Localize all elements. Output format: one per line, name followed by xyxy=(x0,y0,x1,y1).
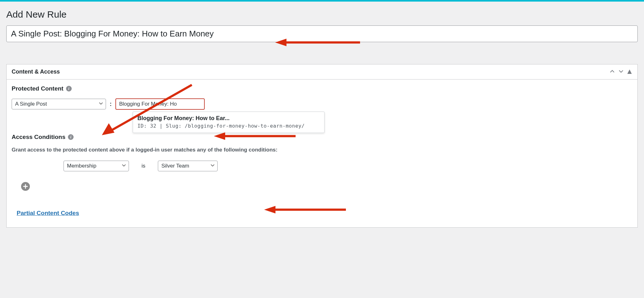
access-conditions-label: Access Conditions i xyxy=(12,134,74,141)
partial-content-codes-link[interactable]: Partial Content Codes xyxy=(17,210,79,217)
autocomplete-option-meta: ID: 32 | Slug: /blogging-for-money-how-t… xyxy=(137,123,320,129)
add-condition-button[interactable] xyxy=(21,182,30,191)
condition-row: Membership is Silver Team xyxy=(64,161,632,171)
content-access-panel: Content & Access Protected Content i xyxy=(6,64,638,228)
panel-body: Protected Content i A Single Post : Blog… xyxy=(7,80,637,227)
panel-header-title: Content & Access xyxy=(12,69,60,75)
info-icon[interactable]: i xyxy=(68,134,74,140)
autocomplete-option-title: Blogging For Money: How to Ear... xyxy=(137,115,320,122)
condition-type-select-value: Membership xyxy=(67,163,97,169)
chevron-down-icon xyxy=(122,163,126,169)
panel-header: Content & Access xyxy=(7,64,637,80)
content-search-input[interactable] xyxy=(115,98,205,110)
access-conditions-label-text: Access Conditions xyxy=(12,134,65,141)
colon-separator: : xyxy=(110,101,112,108)
protected-content-label-text: Protected Content xyxy=(12,85,64,92)
page-container: Add New Rule Content & Access Protected … xyxy=(0,2,644,235)
protected-content-label: Protected Content i xyxy=(12,85,72,92)
condition-value-select-value: Silver Team xyxy=(161,163,189,169)
protected-content-row: A Single Post : Blogging For Money: How … xyxy=(12,98,632,110)
condition-operator-text: is xyxy=(142,163,145,169)
rule-title-input[interactable] xyxy=(6,25,638,42)
content-type-select[interactable]: A Single Post xyxy=(12,99,106,109)
panel-collapse-icon[interactable] xyxy=(627,69,632,75)
autocomplete-dropdown[interactable]: Blogging For Money: How to Ear... ID: 32… xyxy=(133,112,325,133)
grant-access-description: Grant access to the protected content ab… xyxy=(12,147,632,153)
content-type-select-value: A Single Post xyxy=(15,101,47,107)
info-icon[interactable]: i xyxy=(66,86,72,91)
condition-value-select[interactable]: Silver Team xyxy=(158,161,218,171)
access-conditions-section: Access Conditions i Grant access to the … xyxy=(12,134,632,217)
panel-move-down-icon[interactable] xyxy=(618,68,624,75)
chevron-down-icon xyxy=(210,163,215,169)
panel-header-controls xyxy=(609,68,632,75)
panel-move-up-icon[interactable] xyxy=(609,68,615,75)
condition-type-select[interactable]: Membership xyxy=(64,161,129,171)
chevron-down-icon xyxy=(99,101,103,107)
page-title: Add New Rule xyxy=(6,9,638,20)
